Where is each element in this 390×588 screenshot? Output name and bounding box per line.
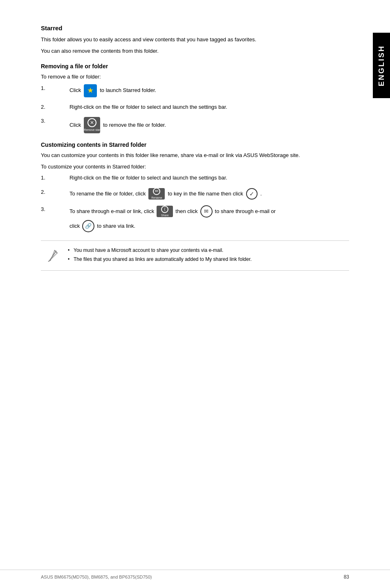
star-icon [84, 84, 97, 97]
confirm-icon: ✓ [246, 188, 258, 200]
step-content: Right-click on the file or folder to sel… [69, 103, 349, 112]
section-customizing-intro: To customize your contents in Starred fo… [41, 163, 349, 171]
step-text-before: Click [69, 86, 81, 95]
share-email-icon: ✉ [200, 205, 213, 218]
note-icon [45, 247, 61, 263]
english-tab: ENGLISH [373, 33, 390, 98]
share-link-icon: 🔗 [82, 220, 94, 232]
step-text-before: To rename the file or folder, click [69, 190, 146, 198]
note-box: You must have a Microsoft account to sha… [41, 240, 349, 271]
step-content: To rename the file or folder, click ✏ Re… [69, 188, 349, 200]
section-starred: Starred This folder allows you to easily… [41, 25, 349, 55]
section-starred-desc2: You can also remove the contents from th… [41, 47, 349, 55]
footer: ASUS BM6675(MD750), BM6875, and BP6375(S… [0, 570, 390, 580]
section-starred-desc1: This folder allows you to easily access … [41, 36, 349, 44]
step-number: 1. [41, 84, 69, 91]
list-item: 2. To rename the file or folder, click ✏… [41, 188, 349, 200]
step-text-then-click: then click [175, 207, 197, 216]
step-content: Right-click on the file or folder to sel… [69, 174, 349, 182]
step-number: 3. [41, 205, 69, 212]
svg-line-0 [49, 251, 56, 260]
step-number: 1. [41, 174, 69, 181]
section-customizing-desc1: You can customize your contents in this … [41, 151, 349, 159]
note-list: You must have a Microsoft account to sha… [68, 247, 345, 263]
step-text-after: to remove the file or folder. [103, 121, 166, 130]
step-text-after: to launch Starred folder. [100, 86, 156, 95]
pencil-icon [46, 248, 61, 263]
step-text-after: . [260, 190, 262, 198]
section-customizing: Customizing contents in Starred folder Y… [41, 141, 349, 232]
step-text-before: Click [69, 121, 81, 130]
note-item: You must have a Microsoft account to sha… [68, 247, 345, 254]
step-text-middle: to key in the file name then click [168, 190, 243, 198]
share-icon: ⟨ Share [157, 206, 173, 217]
list-item: 1. Right-click on the file or folder to … [41, 174, 349, 182]
footer-model: ASUS BM6675(MD750), BM6875, and BP6375(S… [41, 575, 152, 579]
remove-star-icon: ✕ Remove star [84, 117, 100, 133]
list-item: 3. Click ✕ Remove star to remove the fil… [41, 117, 349, 133]
list-item: 1. Click to launch Starred folder. [41, 84, 349, 97]
step-text-share-link: to share via link. [97, 222, 135, 231]
step-text: Right-click on the file or folder to sel… [69, 103, 227, 112]
step-content: Click ✕ Remove star to remove the file o… [69, 117, 349, 133]
step-text-before: To share through e-mail or link, click [69, 207, 154, 216]
rename-icon: ✏ Rename [148, 188, 165, 200]
footer-page: 83 [344, 574, 349, 580]
section-removing: Removing a file or folder To remove a fi… [41, 63, 349, 133]
step-text: Right-click on the file or folder to sel… [69, 174, 227, 182]
step-text-click: click [69, 222, 80, 231]
section-customizing-title: Customizing contents in Starred folder [41, 141, 349, 148]
step-number: 3. [41, 117, 69, 124]
list-item: 3. To share through e-mail or link, clic… [41, 205, 349, 232]
step-content: To share through e-mail or link, click ⟨… [69, 205, 349, 232]
step-number: 2. [41, 103, 69, 110]
section-removing-intro: To remove a file or folder: [41, 73, 349, 81]
section-starred-title: Starred [41, 25, 349, 31]
note-content: You must have a Microsoft account to sha… [68, 247, 345, 265]
note-item: The files that you shared as links are a… [68, 256, 345, 263]
step-text-share-email: to share through e-mail or [215, 207, 276, 216]
list-item: 2. Right-click on the file or folder to … [41, 103, 349, 112]
section-removing-title: Removing a file or folder [41, 63, 349, 70]
step-content: Click to launch Starred folder. [69, 84, 349, 97]
step-number: 2. [41, 188, 69, 195]
